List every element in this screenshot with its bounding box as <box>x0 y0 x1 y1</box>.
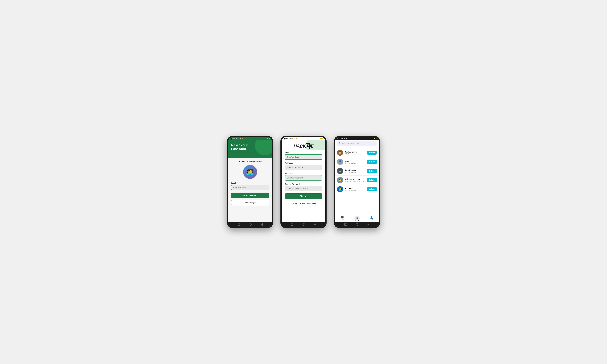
follow-button-2[interactable]: Follow <box>367 160 377 164</box>
bottom-tab-bar: 🖥️ HackFie 🔍 Search 👤 Profile <box>335 215 379 222</box>
user-item: 👤 apple Hey, I'm new here Follow <box>335 157 379 167</box>
email-label-2: Email <box>285 152 322 154</box>
hackfie-tab-label: HackFie <box>340 219 345 221</box>
user-name-2: apple <box>344 160 366 162</box>
reset-body: HackFie Reset Password 🧑‍💻 Email Reset P… <box>228 158 272 222</box>
confirm-password-label: Confirm Password <box>285 183 322 185</box>
search-tab-icon: 🔍 <box>356 217 358 219</box>
fullname-label: Full Name <box>285 162 322 164</box>
user-avatar-4: 🧑 <box>337 177 343 183</box>
nav-bar-1 <box>228 222 272 227</box>
reset-subtitle: HackFie Reset Password <box>238 160 262 163</box>
user-info-2: apple Hey, I'm new here <box>344 160 366 164</box>
user-bio-4: I'm all about coding stuff, web <box>344 181 366 182</box>
user-info-4: Nishchal Acharya I'm all about coding st… <box>344 178 366 182</box>
back-to-login-button[interactable]: Back to Login <box>231 200 269 205</box>
fullname-input[interactable] <box>285 165 322 170</box>
user-name-5: Acr Sahil <box>344 187 366 189</box>
reset-header: Reset Your Password <box>228 140 272 158</box>
user-bio-1: Hello I'm backend developer <box>344 153 366 155</box>
nav-square-1[interactable] <box>238 223 240 226</box>
follow-button-4[interactable]: Follow <box>367 178 377 182</box>
tab-hackfie[interactable]: 🖥️ HackFie <box>335 216 350 221</box>
status-speed-3: 0.3KB/s <box>341 138 345 139</box>
camera-2 <box>284 138 286 140</box>
tab-profile[interactable]: 👤 Profile <box>364 216 379 221</box>
user-item: 👦 Nitin Ganesh Hey, I'm new here Follow <box>335 167 379 176</box>
status-bar-2: 0:26 PM 75.6KB/s ⏰🔔 📶 🔋 <box>282 137 325 140</box>
nav-triangle-3[interactable] <box>368 223 369 226</box>
nav-square-3[interactable] <box>344 223 347 226</box>
search-tab-label: Search <box>355 220 359 221</box>
hackfie-tab-icon: 🖥️ <box>341 216 344 219</box>
status-bar-3: 6:..PM 0.3KB/s ⏰ 📶 🔋 <box>335 137 379 140</box>
user-avatar-5: 👨‍💻 <box>337 186 343 192</box>
phone-signup: 0:26 PM 75.6KB/s ⏰🔔 📶 🔋 HACKFIE <box>280 136 327 228</box>
user-avatar-2: 👤 <box>337 159 343 165</box>
reset-avatar: 🧑‍💻 <box>243 165 257 179</box>
user-avatar-1: 👨 <box>337 150 343 156</box>
user-info-1: Sahil Acharya Hello I'm backend develope… <box>344 151 366 155</box>
search-icon: 🔍 <box>339 142 341 145</box>
signup-content: HACKFIE Email Full Name Password Confirm… <box>282 140 325 222</box>
email-label-1: Email <box>231 182 236 184</box>
search-placeholder-text: Search HackFie Users <box>342 143 375 144</box>
search-content: 🔍 Search HackFie Users 👨 Sahil Acharya H… <box>335 140 379 222</box>
user-item: 👨‍💻 Acr Sahil Hey, I'm new here Follow <box>335 185 379 194</box>
status-speed-1: 3.1KB/s <box>235 138 239 139</box>
user-bio-5: Hey, I'm new here <box>344 190 366 191</box>
nav-square-2[interactable] <box>291 223 293 226</box>
follow-button-1[interactable]: Follow <box>367 151 377 155</box>
nav-circle-1[interactable] <box>249 223 251 226</box>
password-label: Password <box>285 172 322 174</box>
confirm-password-input[interactable] <box>285 186 322 191</box>
reset-password-button[interactable]: Reset Password <box>231 193 269 198</box>
camera-1 <box>231 138 232 140</box>
user-name-3: Nitin Ganesh <box>344 169 366 171</box>
email-input-1[interactable] <box>231 185 269 190</box>
password-input[interactable] <box>285 175 322 181</box>
nav-triangle-1[interactable] <box>261 223 263 226</box>
login-link-button[interactable]: Already have an account? Login <box>285 201 322 206</box>
nav-triangle-2[interactable] <box>314 223 316 226</box>
tab-search[interactable]: 🔍 Search <box>350 216 364 221</box>
phone-reset-password: 6:26 PM 3.1KB/s ⏰🔔 📶 🔋 Reset Your Passwo… <box>227 136 273 228</box>
nav-bar-3 <box>335 222 379 227</box>
user-item: 🧑 Nishchal Acharya I'm all about coding … <box>335 176 379 185</box>
nav-circle-3[interactable] <box>356 223 358 226</box>
profile-tab-icon: 👤 <box>370 216 373 219</box>
user-name-1: Sahil Acharya <box>344 151 366 153</box>
follow-button-3[interactable]: Follow <box>367 169 377 173</box>
reset-title: Reset Your Password <box>231 143 269 151</box>
signup-body: Email Full Name Password Confirm Passwor… <box>282 150 325 222</box>
user-bio-3: Hey, I'm new here <box>344 171 366 173</box>
follow-button-5[interactable]: Follow <box>367 187 377 191</box>
users-list: 👨 Sahil Acharya Hello I'm backend develo… <box>335 147 379 215</box>
status-bar-1: 6:26 PM 3.1KB/s ⏰🔔 📶 🔋 <box>228 137 272 140</box>
user-info-5: Acr Sahil Hey, I'm new here <box>344 187 366 191</box>
email-input-2[interactable] <box>285 154 322 160</box>
hackfie-logo: HACKFIE <box>285 143 322 149</box>
signup-button[interactable]: Sign up <box>285 193 322 199</box>
user-bio-2: Hey, I'm new here <box>344 162 366 164</box>
phone-search: 6:..PM 0.3KB/s ⏰ 📶 🔋 🔍 Search HackFie Us… <box>334 136 380 228</box>
signup-header: HACKFIE <box>282 140 325 150</box>
status-speed-2: 75.6KB/s <box>289 138 293 139</box>
search-bar[interactable]: 🔍 Search HackFie Users <box>337 141 377 146</box>
phones-container: 6:26 PM 3.1KB/s ⏰🔔 📶 🔋 Reset Your Passwo… <box>227 136 380 228</box>
search-header: 🔍 Search HackFie Users <box>335 140 379 147</box>
user-info-3: Nitin Ganesh Hey, I'm new here <box>344 169 366 173</box>
user-item: 👨 Sahil Acharya Hello I'm backend develo… <box>335 148 379 157</box>
nav-circle-2[interactable] <box>303 223 305 226</box>
user-avatar-3: 👦 <box>337 168 343 174</box>
user-name-4: Nishchal Acharya <box>344 178 366 180</box>
profile-tab-label: Profile <box>369 219 373 221</box>
nav-bar-2 <box>282 222 325 227</box>
camera-3 <box>338 138 339 140</box>
